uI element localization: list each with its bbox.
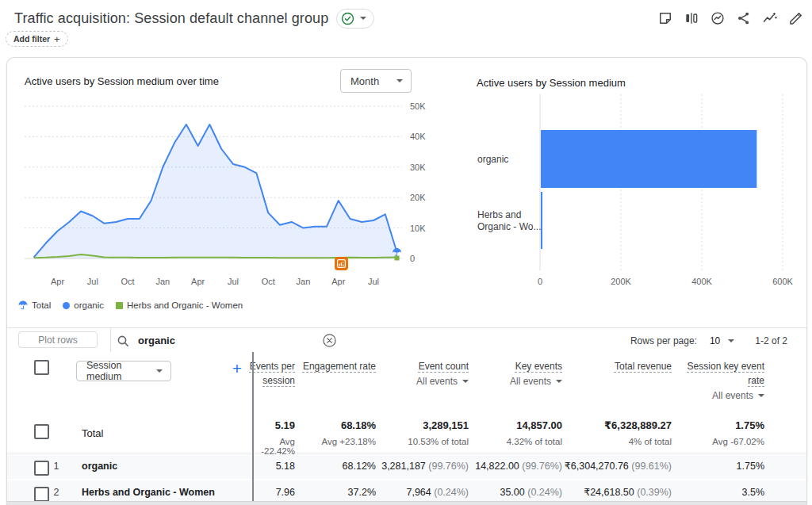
svg-text:400K: 400K	[691, 277, 712, 286]
column-header-total-revenue[interactable]: Total revenue	[545, 358, 672, 373]
table-body: 1organic5.1868.12%3,281,187 (99.76%)14,8…	[7, 454, 806, 505]
total-cell: 1.75%Avg -67.02%	[685, 419, 764, 446]
report-status-badge[interactable]	[336, 9, 374, 29]
sticky-note-icon[interactable]	[657, 10, 673, 27]
metric-cell: ₹6,304,270.76 (99.61%)	[545, 454, 672, 479]
metric-cell: 3,281,187 (99.76%)	[362, 454, 469, 479]
table-search-input[interactable]	[136, 334, 306, 347]
page-title: Traffic acquisition: Session default cha…	[14, 10, 328, 27]
report-card: Active users by Session medium over time…	[6, 57, 807, 505]
total-cell: ₹6,328,889.274% of total	[545, 419, 672, 446]
svg-text:Jul: Jul	[87, 277, 98, 286]
line-chart-legend: Total organic Herbs and Organic - Women	[18, 300, 243, 310]
svg-text:Apr: Apr	[331, 277, 345, 286]
rows-per-page-label: Rows per page:	[630, 335, 697, 346]
all-events-select[interactable]: All events	[685, 390, 764, 401]
plot-rows-button[interactable]: Plot rows	[18, 331, 98, 348]
granularity-select[interactable]: Month	[340, 69, 412, 93]
chevron-down-icon	[758, 394, 764, 397]
granularity-value: Month	[350, 75, 379, 87]
svg-text:10K: 10K	[410, 224, 426, 233]
line-chart: 010K20K30K40K50KAprJulOctJanAprJulOctJan…	[17, 96, 449, 294]
clear-search-icon[interactable]	[323, 334, 336, 347]
row-checkbox[interactable]	[34, 461, 49, 476]
svg-text:600K: 600K	[772, 277, 793, 286]
bar-chart-title: Active users by Session medium	[477, 77, 626, 89]
svg-text:Jan: Jan	[155, 277, 170, 286]
chevron-down-icon[interactable]	[728, 339, 734, 342]
svg-text:0: 0	[410, 254, 415, 263]
comparison-icon[interactable]	[683, 10, 699, 27]
chevron-down-icon	[360, 17, 366, 20]
insights-icon[interactable]	[709, 10, 726, 27]
svg-text:30K: 30K	[410, 163, 426, 172]
add-filter-label: Add filter	[13, 34, 50, 44]
report-header: Traffic acquisition: Session default cha…	[14, 6, 806, 30]
line-chart-title: Active users by Session medium over time	[25, 75, 219, 87]
legend-item-organic: organic	[63, 300, 104, 310]
row-checkbox[interactable]	[34, 487, 49, 502]
total-umbrella-icon	[18, 300, 28, 310]
legend-item-herbs: Herbs and Organic - Women	[116, 300, 243, 310]
svg-text:20K: 20K	[410, 193, 426, 202]
dimension-value: organic	[82, 454, 117, 479]
svg-text:Oct: Oct	[262, 277, 275, 286]
column-divider-handle[interactable]	[252, 352, 254, 505]
table-toolbar: Plot rows Rows per page: 10 1-2 of 2	[7, 327, 806, 354]
column-header-session-key-event-rate[interactable]: Session key event rateAll events	[685, 358, 764, 401]
bar-chart: 0200K400K600KorganicHerbs andOrganic - W…	[477, 90, 802, 319]
report-toolbar	[657, 10, 806, 27]
svg-text:Herbs andOrganic - Wo...: Herbs andOrganic - Wo...	[477, 209, 541, 232]
total-cell: 3,289,15110.53% of total	[362, 419, 469, 446]
horizontal-scrollbar[interactable]	[7, 501, 806, 505]
svg-text:0: 0	[538, 277, 542, 286]
row-number: 1	[48, 454, 64, 479]
chevron-down-icon	[396, 79, 403, 82]
svg-text:Oct: Oct	[121, 277, 135, 286]
plus-icon: +	[54, 33, 60, 45]
trend-sparkle-icon[interactable]	[761, 10, 778, 27]
svg-text:organic: organic	[477, 154, 508, 165]
svg-text:Jan: Jan	[297, 277, 311, 286]
metric-cell: 1.75%	[685, 454, 764, 479]
toolbar-divider	[110, 328, 111, 353]
pagination-range: 1-2 of 2	[755, 335, 787, 346]
green-square-icon	[116, 302, 123, 309]
svg-text:50K: 50K	[410, 101, 426, 111]
search-icon	[117, 335, 129, 347]
svg-text:200K: 200K	[611, 277, 631, 286]
legend-item-total: Total	[18, 300, 51, 310]
chevron-down-icon	[556, 380, 562, 383]
svg-text:Apr: Apr	[191, 277, 205, 286]
share-icon[interactable]	[735, 10, 752, 27]
table-header: Session medium + Events per sessionEngag…	[7, 352, 806, 413]
rows-per-page-select[interactable]: 10	[710, 335, 720, 346]
add-filter-button[interactable]: Add filter +	[6, 31, 68, 47]
ga4-traffic-acquisition-report: Traffic acquisition: Session default cha…	[0, 0, 812, 505]
edit-icon[interactable]	[787, 10, 804, 27]
svg-text:40K: 40K	[410, 132, 426, 141]
svg-text:Apr: Apr	[51, 277, 64, 286]
blue-dot-icon	[63, 302, 70, 309]
svg-text:Jul: Jul	[368, 277, 379, 286]
check-circle-icon	[341, 12, 354, 25]
all-events-select[interactable]: All events	[459, 376, 562, 387]
table-row: 1organic5.1868.12%3,281,187 (99.76%)14,8…	[7, 454, 806, 479]
table-total-row: Total 5.19Avg -22.42%68.18%Avg +23.18%3,…	[7, 413, 806, 453]
all-events-select[interactable]: All events	[362, 376, 469, 387]
column-header-event-count[interactable]: Event countAll events	[362, 358, 469, 387]
anomaly-marker-icon[interactable]	[335, 257, 348, 270]
svg-text:Jul: Jul	[228, 277, 239, 286]
